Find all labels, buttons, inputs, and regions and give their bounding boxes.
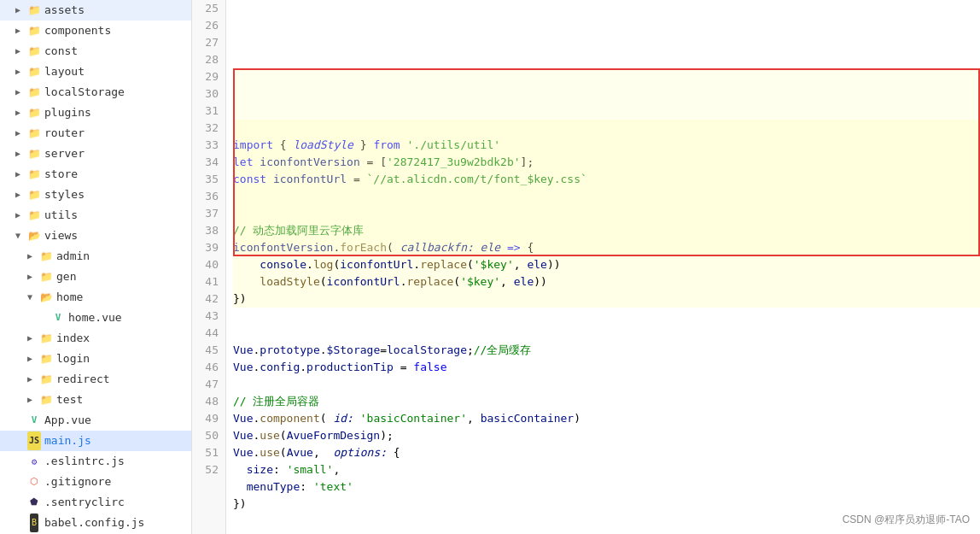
file-icon-admin — [39, 249, 53, 263]
code-area: 2526272829303132333435363738394041424344… — [192, 0, 980, 534]
line-number-37: 37 — [192, 205, 219, 222]
code-line-29 — [233, 120, 980, 137]
file-icon-index — [39, 332, 53, 345]
sidebar-item-plugins[interactable]: plugins — [0, 103, 191, 123]
sidebar-label-redirect: redirect — [56, 371, 110, 388]
code-line-35: // 动态加载阿里云字体库 — [233, 222, 980, 239]
sidebar-item-utils[interactable]: utils — [0, 205, 191, 226]
sidebar-item-components[interactable]: components — [0, 21, 191, 41]
sidebar-item-test[interactable]: test — [0, 390, 191, 410]
tree-arrow-router — [15, 125, 27, 142]
file-icon-layout — [27, 65, 41, 79]
line-number-25: 25 — [192, 0, 219, 17]
code-line-47: Vue.use(AvueFormDesign); — [233, 427, 980, 444]
sidebar-item-const[interactable]: const — [0, 41, 191, 62]
sidebar-label-babel.config.js: babel.config.js — [44, 514, 144, 531]
line-number-50: 50 — [192, 427, 219, 444]
sidebar-item-server[interactable]: server — [0, 144, 191, 164]
code-line-38: loadStyle(iconfontUrl.replace('$key', el… — [233, 273, 980, 290]
sidebar-label-const: const — [44, 43, 78, 60]
code-line-43: Vue.config.productionTip = false — [233, 359, 980, 376]
sidebar-item-App.vue[interactable]: VApp.vue — [0, 410, 191, 431]
sidebar-label-router: router — [44, 125, 85, 142]
line-number-40: 40 — [192, 256, 219, 273]
file-tree[interactable]: assetscomponentsconstlayoutlocalStoragep… — [0, 0, 192, 534]
sidebar-item-store[interactable]: store — [0, 164, 191, 185]
tree-arrow-home — [27, 289, 39, 306]
line-number-45: 45 — [192, 342, 219, 359]
sidebar-item-router[interactable]: router — [0, 123, 191, 144]
file-icon-router — [27, 126, 41, 140]
file-icon-home.vue: V — [51, 311, 65, 325]
code-line-41 — [233, 325, 980, 342]
file-icon-test — [39, 393, 53, 407]
sidebar-item-main.js[interactable]: JSmain.js — [0, 431, 191, 451]
file-icon-styles — [27, 188, 41, 202]
line-number-34: 34 — [192, 154, 219, 171]
sidebar-item-admin[interactable]: admin — [0, 246, 191, 267]
code-content: import { loadStyle } from './utils/util'… — [226, 0, 980, 534]
tree-arrow-store — [15, 166, 27, 183]
sidebar-item-.sentryclirc[interactable]: ⬟.sentryclirc — [0, 492, 191, 513]
sidebar-item-.eslintrc.js[interactable]: .eslintrc.js — [0, 451, 191, 472]
tree-arrow-components — [15, 22, 27, 39]
tree-arrow-redirect — [27, 371, 39, 388]
tree-arrow-server — [15, 145, 27, 162]
sidebar-item-gen[interactable]: gen — [0, 267, 191, 287]
tree-arrow-assets — [15, 2, 27, 19]
line-number-44: 44 — [192, 325, 219, 342]
sidebar-item-redirect[interactable]: redirect — [0, 369, 191, 390]
sidebar-item-.gitignore[interactable]: ⬡.gitignore — [0, 472, 191, 492]
line-number-47: 47 — [192, 376, 219, 393]
tree-arrow-index — [27, 330, 39, 347]
tree-arrow-layout — [15, 63, 27, 80]
code-line-46: Vue.component( id: 'basicContainer', bas… — [233, 410, 980, 427]
sidebar-label-assets: assets — [44, 2, 85, 19]
code-editor: 2526272829303132333435363738394041424344… — [192, 0, 980, 534]
sidebar-item-localStorage[interactable]: localStorage — [0, 82, 191, 103]
line-numbers: 2526272829303132333435363738394041424344… — [192, 0, 226, 534]
sidebar-label-admin: admin — [56, 248, 90, 265]
file-icon-home — [39, 290, 53, 304]
line-number-52: 52 — [192, 461, 219, 478]
line-number-31: 31 — [192, 103, 219, 120]
code-line-33 — [233, 188, 980, 205]
code-line-48: Vue.use(Avue, options: { — [233, 444, 980, 461]
file-icon-views — [27, 229, 41, 243]
line-number-27: 27 — [192, 34, 219, 51]
code-line-26 — [233, 68, 980, 85]
sidebar-label-index: index — [56, 330, 90, 347]
sidebar-item-home[interactable]: home — [0, 287, 191, 308]
file-icon-const — [27, 44, 41, 58]
sidebar-item-babel.config.js[interactable]: Bbabel.config.js — [0, 513, 191, 533]
line-number-49: 49 — [192, 410, 219, 427]
code-line-37: console.log(iconfontUrl.replace('$key', … — [233, 256, 980, 273]
sidebar-item-index[interactable]: index — [0, 328, 191, 349]
file-icon-redirect — [39, 373, 53, 386]
file-icon-localStorage — [27, 85, 41, 99]
sidebar-item-assets[interactable]: assets — [0, 0, 191, 21]
sidebar-label-App.vue: App.vue — [44, 412, 91, 429]
file-icon-plugins — [27, 106, 41, 120]
tree-arrow-localStorage — [15, 84, 27, 101]
sidebar-item-home.vue[interactable]: Vhome.vue — [0, 308, 191, 328]
tree-arrow-const — [15, 43, 27, 60]
file-icon-.gitignore: ⬡ — [27, 475, 41, 489]
code-line-31: let iconfontVersion = ['2872417_3u9w2bdk… — [233, 154, 980, 171]
code-line-45: // 注册全局容器 — [233, 393, 980, 410]
line-number-51: 51 — [192, 444, 219, 461]
file-icon-babel.config.js: B — [27, 516, 41, 530]
code-line-42: Vue.prototype.$Storage=localStorage;//全局… — [233, 342, 980, 359]
line-number-41: 41 — [192, 273, 219, 290]
sidebar-item-layout[interactable]: layout — [0, 62, 191, 82]
tree-arrow-admin — [27, 248, 39, 265]
sidebar-item-login[interactable]: login — [0, 349, 191, 369]
file-icon-.sentryclirc: ⬟ — [27, 496, 41, 509]
line-number-33: 33 — [192, 137, 219, 154]
sidebar-label-home: home — [56, 289, 83, 306]
sidebar-item-styles[interactable]: styles — [0, 185, 191, 205]
file-icon-.eslintrc.js — [27, 455, 41, 468]
sidebar-label-views: views — [44, 227, 78, 244]
sidebar-item-views[interactable]: views — [0, 226, 191, 246]
code-line-27 — [233, 85, 980, 103]
